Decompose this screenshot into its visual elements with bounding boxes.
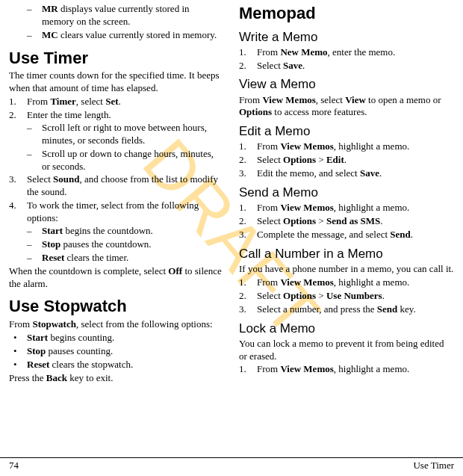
v-m1: , select (316, 94, 345, 105)
sw-post: , select from the following options: (76, 318, 213, 330)
v-post: to access more features. (272, 106, 367, 117)
left-column: MR displays value currently stored in me… (9, 3, 224, 454)
call-1: 1.From View Memos, highlight a memo. (239, 276, 454, 289)
edit-1: 1.From View Memos, highlight a memo. (239, 140, 454, 153)
t4b-b: Stop (42, 238, 60, 250)
page-footer: 74 Use Timer (0, 457, 463, 476)
swe-post: key to exit. (67, 372, 113, 383)
call-steps: 1.From View Memos, highlight a memo. 2.S… (239, 276, 454, 316)
send-steps: 1.From View Memos, highlight a memo. 2.S… (239, 202, 454, 241)
v-pre: From (239, 94, 262, 105)
v-b2: View (345, 94, 366, 105)
t4c: Reset clears the timer. (27, 252, 224, 265)
timer-intro: The timer counts down for the specified … (9, 69, 224, 95)
c3-b: Send (377, 303, 397, 315)
t4a: Start begins the countdown. (27, 225, 224, 238)
timer-step-2-sub: Scroll left or right to move between hou… (27, 122, 224, 173)
s1-pre: From (257, 202, 280, 213)
lock-memo-heading: Lock a Memo (239, 321, 454, 337)
swb-t: pauses counting. (46, 345, 113, 356)
t1-b2: Set (105, 96, 118, 107)
sw-options: Start begins counting. Stop pauses count… (9, 332, 224, 371)
mc-item: MC clears value currently stored in memo… (27, 29, 224, 42)
send-3: 3.Complete the message, and select Send. (239, 229, 454, 241)
write-1: 1.From New Memo, enter the memo. (239, 46, 454, 59)
right-column: Memopad Write a Memo 1.From New Memo, en… (239, 3, 454, 454)
section-name: Use Timer (413, 460, 454, 472)
w1-b: New Memo (280, 46, 327, 58)
c3-pre: Select a number, and press the (257, 303, 377, 315)
v-m2: to open a memo or (366, 94, 441, 105)
e2-post: . (344, 154, 347, 165)
mc-label: MC (42, 29, 58, 40)
w1-pre: From (257, 46, 280, 58)
t4a-b: Start (42, 225, 63, 236)
page-content: MR displays value currently stored in me… (0, 0, 463, 454)
v-b3: Options (239, 106, 272, 117)
s3-pre: Complete the message, and select (257, 229, 390, 240)
e2-b2: Edit (326, 154, 344, 165)
swe-pre: Press the (9, 372, 46, 383)
t3-pre: Select (27, 173, 53, 185)
s2-post: . (380, 215, 382, 226)
v-b1: View Memos (262, 94, 315, 105)
l1-pre: From (257, 363, 280, 374)
send-2: 2.Select Options > Send as SMS. (239, 215, 454, 228)
w2-pre: Select (257, 60, 283, 71)
w1-post: , enter the memo. (328, 46, 396, 58)
s3-b: Send (390, 229, 410, 240)
c1-post: , highlight a memo. (334, 276, 409, 288)
lock-steps: 1.From View Memos, highlight a memo. (239, 363, 454, 376)
e3-post: . (379, 167, 382, 179)
s1-post: , highlight a memo. (334, 202, 409, 213)
write-2: 2.Select Save. (239, 60, 454, 72)
timer-step-1: 1.From Timer, select Set. (9, 96, 224, 108)
c2-mid: > (316, 290, 326, 301)
t3-b: Sound (53, 173, 79, 185)
call-3: 3.Select a number, and press the Send ke… (239, 303, 454, 316)
lock-1: 1.From View Memos, highlight a memo. (239, 363, 454, 376)
t1-b1: Timer (50, 96, 75, 107)
s2-b1: Options (283, 215, 316, 226)
swc-t: clears the stopwatch. (49, 359, 133, 370)
mr-text: displays value currently stored in memor… (42, 3, 190, 27)
write-steps: 1.From New Memo, enter the memo. 2.Selec… (239, 46, 454, 72)
use-stopwatch-heading: Use Stopwatch (9, 296, 224, 318)
send-1: 1.From View Memos, highlight a memo. (239, 202, 454, 214)
e3-b: Save (360, 167, 379, 179)
timer-steps: 1.From Timer, select Set. 2.Enter the ti… (9, 96, 224, 265)
t1-post: . (119, 96, 121, 107)
t2a: Scroll left or right to move between hou… (27, 122, 224, 147)
page-number: 74 (9, 460, 19, 472)
view-text: From View Memos, select View to open a m… (239, 94, 454, 120)
t4a-t: begins the countdown. (63, 225, 153, 236)
sw-reset: Reset clears the stopwatch. (9, 359, 224, 371)
sw-end: Press the Back key to exit. (9, 372, 224, 385)
s2-b2: Send as SMS (326, 215, 380, 226)
e1-post: , highlight a memo. (334, 140, 409, 152)
w2-b: Save (283, 60, 302, 71)
w2-post: . (302, 60, 305, 71)
l1-b: View Memos (280, 363, 333, 374)
sw-b: Stopwatch (32, 318, 76, 330)
sw-pre: From (9, 318, 32, 330)
swb-b: Stop (27, 345, 46, 356)
c2-pre: Select (257, 290, 283, 301)
c3-post: key. (397, 303, 415, 315)
timer-step-2: 2.Enter the time length. Scroll left or … (9, 109, 224, 173)
call-intro: If you have a phone number in a memo, yo… (239, 263, 454, 276)
edit-2: 2.Select Options > Edit. (239, 154, 454, 167)
timer-end: When the countdown is complete, select O… (9, 265, 224, 291)
mr-item: MR displays value currently stored in me… (27, 3, 224, 28)
sw-intro: From Stopwatch, select from the followin… (9, 318, 224, 331)
edit-memo-heading: Edit a Memo (239, 123, 454, 140)
t2-text: Enter the time length. (27, 109, 111, 120)
swa-t: begins counting. (48, 332, 114, 343)
t1-pre: From (27, 96, 50, 107)
timer-step-4-sub: Start begins the countdown. Stop pauses … (27, 225, 224, 265)
write-memo-heading: Write a Memo (239, 29, 454, 46)
t4b-t: pauses the countdown. (60, 238, 151, 250)
e1-pre: From (257, 140, 280, 152)
use-timer-heading: Use Timer (9, 48, 224, 69)
mc-text: clears value currently stored in memory. (58, 29, 217, 40)
